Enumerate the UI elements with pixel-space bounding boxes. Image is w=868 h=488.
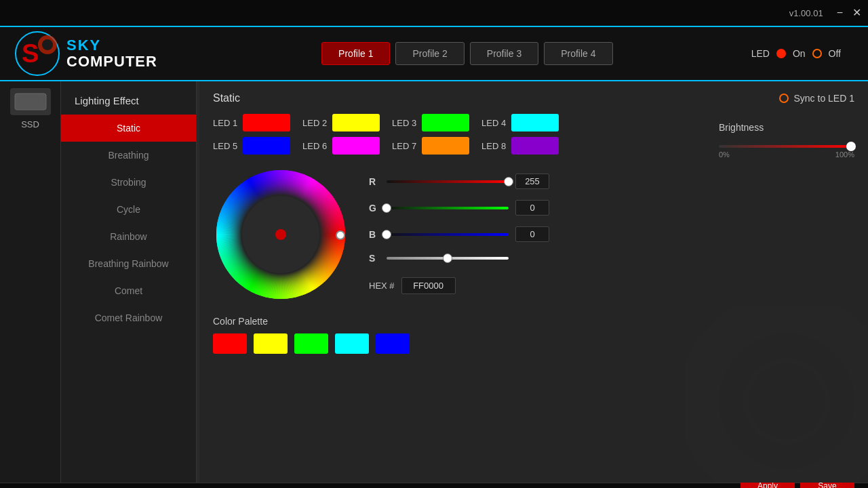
- blue-slider-thumb: [382, 230, 391, 239]
- ssd-label: SSD: [21, 119, 39, 129]
- brightness-slider[interactable]: [719, 145, 854, 148]
- led-off-label: Off: [829, 48, 841, 59]
- logo-area: S SKY COMPUTER: [14, 30, 183, 77]
- saturation-slider-row: S: [369, 253, 549, 264]
- palette-color-yellow[interactable]: [254, 333, 288, 354]
- brightness-range: 0% 100%: [719, 150, 854, 159]
- minimize-button[interactable]: −: [837, 7, 843, 18]
- brightness-thumb: [846, 142, 856, 151]
- palette-color-blue[interactable]: [376, 333, 410, 354]
- window-controls: − ✕: [837, 7, 861, 18]
- sync-circle-icon: [779, 94, 789, 103]
- led-3-label: LED 3: [392, 118, 416, 128]
- blue-value-input[interactable]: [515, 226, 549, 242]
- led-4-color[interactable]: [511, 114, 559, 131]
- blue-slider-row: B: [369, 226, 549, 242]
- palette-color-red[interactable]: [213, 333, 247, 354]
- led-cell-4[interactable]: LED 4: [481, 114, 566, 131]
- green-slider-label: G: [369, 203, 380, 214]
- header: S SKY COMPUTER Profile 1 Profile 2 Profi…: [0, 27, 868, 81]
- led-on-label: On: [793, 48, 806, 59]
- sync-to-led[interactable]: Sync to LED 1: [779, 93, 855, 104]
- led-7-label: LED 7: [392, 141, 416, 151]
- palette-title: Color Palette: [213, 316, 854, 327]
- led-1-color[interactable]: [243, 114, 290, 131]
- hex-value-input[interactable]: [401, 277, 456, 294]
- effect-menu-title: Lighting Effect: [61, 92, 196, 115]
- saturation-slider-label: S: [369, 253, 380, 264]
- profile-tab-4[interactable]: Profile 4: [544, 42, 612, 65]
- svg-rect-7: [38, 97, 43, 106]
- svg-point-9: [746, 361, 827, 442]
- brightness-min: 0%: [719, 150, 730, 159]
- led-cell-8[interactable]: LED 8: [481, 137, 566, 155]
- version-label: v1.00.01: [789, 8, 823, 18]
- brightness-panel: Brightness 0% 100%: [719, 122, 854, 159]
- effect-breathing-rainbow[interactable]: Breathing Rainbow: [61, 250, 196, 277]
- color-wheel-canvas[interactable]: [213, 167, 349, 302]
- effect-comet[interactable]: Comet: [61, 277, 196, 304]
- sliders-area: R G B: [369, 174, 549, 294]
- logo-text: SKY COMPUTER: [66, 37, 157, 70]
- profile-tabs: Profile 1 Profile 2 Profile 3 Profile 4: [183, 42, 751, 65]
- effect-breathing[interactable]: Breathing: [61, 142, 196, 169]
- profile-tab-1[interactable]: Profile 1: [321, 42, 390, 65]
- close-button[interactable]: ✕: [852, 7, 861, 18]
- red-slider-track[interactable]: [387, 180, 509, 183]
- palette-color-cyan[interactable]: [335, 333, 369, 354]
- led-5-label: LED 5: [213, 141, 237, 151]
- green-slider-row: G: [369, 200, 549, 216]
- green-slider-track[interactable]: [387, 207, 509, 209]
- content-header: Static Sync to LED 1: [213, 92, 854, 104]
- led-cell-2[interactable]: LED 2: [302, 114, 387, 131]
- palette-color-green[interactable]: [294, 333, 328, 354]
- color-section: R G B: [213, 167, 854, 302]
- led-off-indicator: [812, 49, 822, 58]
- profile-tab-3[interactable]: Profile 3: [470, 42, 538, 65]
- effect-cycle[interactable]: Cycle: [61, 196, 196, 223]
- led-toggle-controls: LED On Off: [751, 48, 841, 59]
- title-bar: v1.00.01 − ✕: [0, 0, 868, 27]
- led-cell-5[interactable]: LED 5: [213, 137, 297, 155]
- led-3-color[interactable]: [422, 114, 469, 131]
- led-8-label: LED 8: [481, 141, 506, 151]
- led-4-label: LED 4: [481, 118, 506, 128]
- effect-static[interactable]: Static: [61, 115, 196, 142]
- effect-rainbow[interactable]: Rainbow: [61, 223, 196, 250]
- led-on-indicator: [776, 49, 786, 58]
- hex-row: HEX #: [369, 277, 549, 294]
- led-7-color[interactable]: [422, 137, 469, 155]
- saturation-slider-track[interactable]: [387, 257, 509, 260]
- red-slider-thumb: [504, 177, 513, 186]
- led-1-label: LED 1: [213, 118, 237, 128]
- blue-slider-track[interactable]: [387, 233, 509, 236]
- sync-label: Sync to LED 1: [794, 93, 855, 104]
- led-cell-1[interactable]: LED 1: [213, 114, 297, 131]
- led-5-color[interactable]: [243, 137, 290, 155]
- content-title: Static: [213, 92, 240, 104]
- brightness-max: 100%: [835, 150, 854, 159]
- sidebar: SSD: [0, 81, 61, 483]
- led-2-color[interactable]: [332, 114, 380, 131]
- bottom-bar: Apply Save: [0, 483, 868, 488]
- effect-strobing[interactable]: Strobing: [61, 169, 196, 196]
- svg-text:S: S: [22, 39, 39, 68]
- led-cell-7[interactable]: LED 7: [392, 137, 476, 155]
- palette-colors: [213, 333, 854, 354]
- led-grid: LED 1 LED 2 LED 3 LED 4 LED 5 LED 6: [213, 114, 566, 155]
- effect-comet-rainbow[interactable]: Comet Rainbow: [61, 304, 196, 331]
- brightness-label: Brightness: [719, 122, 764, 133]
- green-value-input[interactable]: [515, 200, 549, 216]
- led-2-label: LED 2: [302, 118, 327, 128]
- color-wheel[interactable]: [213, 167, 349, 302]
- led-6-color[interactable]: [332, 137, 380, 155]
- led-cell-3[interactable]: LED 3: [392, 114, 476, 131]
- ssd-icon[interactable]: [10, 88, 51, 115]
- red-slider-label: R: [369, 176, 380, 187]
- led-8-color[interactable]: [511, 137, 559, 155]
- logo-icon: S: [14, 30, 61, 77]
- led-cell-6[interactable]: LED 6: [302, 137, 387, 155]
- effect-menu: Lighting Effect Static Breathing Strobin…: [61, 81, 197, 483]
- profile-tab-2[interactable]: Profile 2: [395, 42, 464, 65]
- red-value-input[interactable]: [515, 174, 549, 189]
